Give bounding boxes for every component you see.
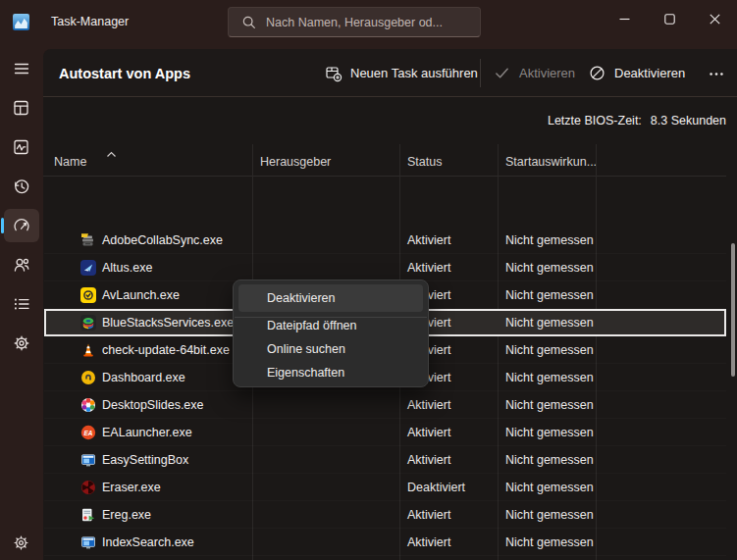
table-row[interactable]: EasySettingBoxAktiviertNicht gemessen (44, 446, 726, 474)
selected-indicator (1, 218, 4, 233)
row-startup-impact: Nicht gemessen (505, 371, 594, 384)
row-startup-impact: Nicht gemessen (505, 316, 594, 330)
avlaunch-icon (80, 287, 96, 303)
row-name: AdobeCollabSync.exe (102, 233, 223, 247)
sidebar-item-menu[interactable] (0, 49, 43, 88)
bios-time-label: Letzte BIOS-Zeit: (548, 114, 642, 127)
run-new-task-label: Neuen Task ausführen (350, 66, 478, 80)
sidebar-item-details[interactable] (0, 284, 43, 324)
vertical-scrollbar[interactable] (731, 243, 735, 377)
adobe-collab-sync-icon (80, 232, 96, 248)
enable-label: Aktivieren (519, 66, 575, 80)
context-menu-item[interactable]: Deaktivieren (238, 284, 423, 312)
enable-button[interactable]: Aktivieren (494, 49, 575, 97)
last-bios-time: Letzte BIOS-Zeit: 8.3 Sekunden (548, 111, 726, 130)
search-input[interactable] (256, 16, 480, 29)
row-name: BlueStacksServices.exe (102, 316, 234, 330)
table-row[interactable]: Altus.exeAktiviertNicht gemessen (44, 254, 726, 281)
search-icon (241, 15, 256, 29)
services-icon (12, 333, 31, 353)
table-row[interactable]: EAEALauncher.exeAktiviertNicht gemessen (44, 419, 726, 446)
more-options-button[interactable] (699, 49, 734, 97)
row-status: Aktiviert (407, 233, 450, 247)
details-icon (12, 294, 31, 314)
row-status: Aktiviert (407, 508, 450, 522)
row-status: Deaktiviert (407, 481, 465, 494)
task-manager-window: Task-Manager Autostart von Apps (0, 0, 737, 560)
maximize-button[interactable] (647, 0, 692, 39)
titlebar: Task-Manager (0, 0, 737, 49)
block-icon (589, 65, 606, 82)
row-name: Dashboard.exe (102, 371, 185, 384)
context-menu-item[interactable]: Online suchen (234, 337, 428, 361)
eraser-icon (80, 480, 96, 495)
row-status: Aktiviert (407, 261, 450, 275)
column-header-name[interactable]: Name (54, 155, 86, 169)
bluestacks-icon (80, 315, 96, 331)
row-startup-impact: Nicht gemessen (505, 508, 594, 522)
sidebar-item-users[interactable] (0, 245, 43, 284)
table-row[interactable]: IndexSearch.exeAktiviertNicht gemessen (44, 529, 726, 556)
check-icon (494, 65, 511, 82)
app-history-icon (12, 177, 31, 196)
bios-time-value: 8.3 Sekunden (651, 114, 726, 127)
row-startup-impact: Nicht gemessen (505, 261, 594, 275)
sidebar (0, 49, 43, 560)
new-task-icon (325, 65, 342, 82)
processes-icon (12, 98, 31, 118)
row-name: check-update-64bit.exe (102, 343, 230, 357)
window-controls (602, 0, 737, 43)
minimize-icon (619, 11, 630, 28)
monitor-icon (80, 452, 96, 468)
ea-icon: EA (80, 425, 96, 440)
settings-gear-icon (12, 534, 31, 553)
more-horizontal-icon (708, 65, 725, 82)
page-title: Autostart von Apps (59, 49, 190, 97)
sort-asc-icon (106, 144, 117, 151)
global-search[interactable] (228, 7, 481, 37)
app-logo-icon (13, 14, 29, 30)
dashboard-icon (80, 370, 96, 385)
desktop-slides-icon (80, 397, 96, 413)
column-header-status[interactable]: Status (407, 155, 442, 169)
table-header: Name Herausgeber Status Startauswirkun..… (43, 142, 726, 177)
table-row[interactable]: Eraser.exeDeaktiviertNicht gemessen (44, 474, 726, 501)
sidebar-item-app-history[interactable] (0, 167, 43, 206)
row-status: Aktiviert (407, 398, 450, 412)
close-button[interactable] (692, 0, 737, 39)
vlc-cone-icon (80, 342, 96, 358)
table-row[interactable]: AdobeCollabSync.exeAktiviertNicht gemess… (44, 227, 726, 254)
row-startup-impact: Nicht gemessen (505, 233, 594, 247)
window-title: Task-Manager (51, 15, 129, 28)
toolbar: Autostart von Apps Neuen Task ausführen … (43, 49, 737, 97)
maximize-icon (664, 11, 675, 28)
column-header-publisher[interactable]: Herausgeber (260, 155, 331, 169)
row-name: Altus.exe (102, 261, 152, 275)
table-row[interactable]: ivinvoiz.exeDeaktiviertKeine (44, 556, 726, 560)
table-row[interactable]: DesktopSlides.exeAktiviertNicht gemessen (44, 391, 726, 419)
row-name: EasySettingBox (102, 453, 188, 467)
monitor-icon (80, 535, 96, 550)
row-status: Aktiviert (407, 453, 450, 467)
settings-button[interactable] (0, 526, 43, 560)
sidebar-item-services[interactable] (0, 324, 43, 363)
sidebar-item-startup-apps[interactable] (0, 206, 43, 245)
row-name: Ereg.exe (102, 508, 151, 522)
ereg-icon (80, 507, 96, 523)
performance-icon (12, 137, 31, 157)
row-status: Aktiviert (407, 426, 450, 439)
sidebar-item-performance[interactable] (0, 127, 43, 167)
context-menu-item[interactable]: Dateipfad öffnen (234, 314, 428, 337)
context-menu-item[interactable]: Eigenschaften (234, 361, 428, 384)
minimize-button[interactable] (602, 0, 647, 39)
column-header-startup-impact[interactable]: Startauswirkun... (505, 155, 597, 169)
row-name: DesktopSlides.exe (102, 398, 204, 412)
row-name: Eraser.exe (102, 481, 161, 494)
row-startup-impact: Nicht gemessen (505, 453, 594, 467)
run-new-task-button[interactable]: Neuen Task ausführen (325, 49, 478, 97)
disable-button[interactable]: Deaktivieren (589, 49, 685, 97)
table-row[interactable]: Ereg.exeAktiviertNicht gemessen (44, 501, 726, 529)
row-startup-impact: Nicht gemessen (505, 288, 594, 302)
sidebar-item-processes[interactable] (0, 88, 43, 127)
context-menu: DeaktivierenDateipfad öffnenOnline suche… (233, 280, 429, 387)
